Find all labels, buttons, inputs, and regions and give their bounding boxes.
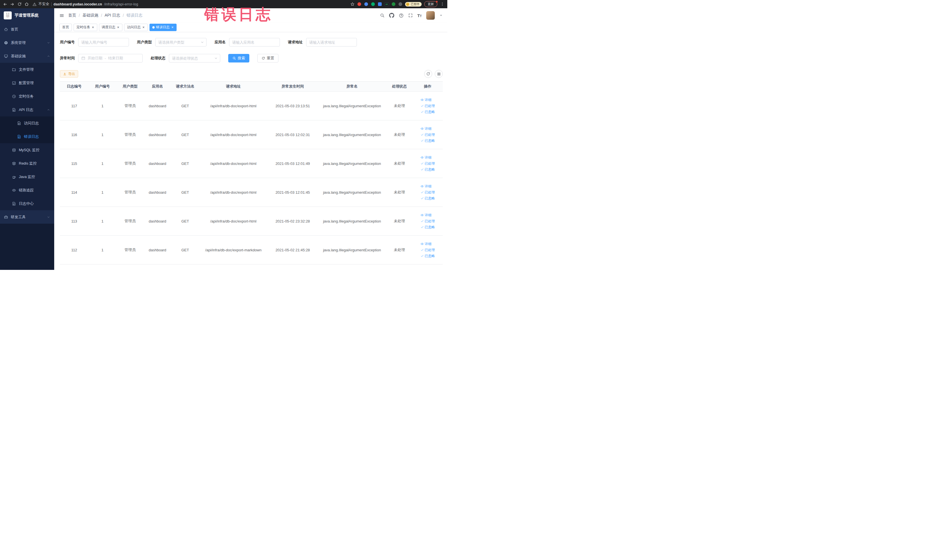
sidebar-item-access-logs[interactable]: 访问日志 (0, 116, 54, 130)
action-ignored-link[interactable]: 已忽略 (420, 196, 435, 201)
bookmark-star-icon[interactable] (350, 2, 355, 6)
exception-time-range[interactable]: 开始日期 - 结束日期 (78, 54, 143, 63)
sidebar-item-dev-tools[interactable]: 研发工具 (0, 210, 54, 224)
close-icon[interactable]: × (117, 25, 120, 29)
action-label: 已处理 (425, 219, 435, 224)
close-icon[interactable]: × (171, 25, 174, 29)
extension-icon-green-v[interactable] (371, 2, 375, 6)
end-date-placeholder[interactable]: 结束日期 (108, 56, 123, 61)
column-header: 异常名 (318, 82, 386, 92)
process-status-select-input[interactable] (169, 54, 220, 63)
action-detail-link[interactable]: 详细 (420, 242, 432, 246)
sidebar-item-system-management[interactable]: 系统管理 (0, 36, 54, 49)
browser-menu-kebab-icon[interactable] (440, 2, 444, 6)
user-id-input[interactable] (78, 38, 129, 46)
user-avatar[interactable] (426, 11, 435, 20)
search-button[interactable]: 搜索 (228, 54, 249, 63)
paused-extension-badge[interactable]: 已暂停 (405, 2, 422, 6)
action-processed-link[interactable]: 已处理 (420, 104, 435, 108)
extension-icon-paw[interactable] (398, 2, 403, 6)
paused-badge-label: 已暂停 (411, 2, 419, 6)
extension-icon-blue-drop[interactable] (364, 2, 368, 6)
logo[interactable]: 芋道管理系统 (0, 8, 54, 23)
extension-icon-red[interactable] (357, 2, 362, 6)
action-detail-link[interactable]: 详细 (420, 98, 432, 102)
sidebar-item-label: 研发工具 (11, 215, 44, 220)
address-bar[interactable]: 不安全 dashboard.yudao.iocoder.cn/infra/log… (31, 2, 348, 6)
action-processed-link[interactable]: 已处理 (420, 219, 435, 224)
action-processed-link[interactable]: 已处理 (420, 248, 435, 252)
close-icon[interactable]: × (142, 25, 145, 29)
action-ignored-link[interactable]: 已忽略 (420, 225, 435, 230)
update-button[interactable]: 更新 (424, 1, 437, 7)
github-icon[interactable] (389, 13, 394, 18)
action-processed-link[interactable]: 已处理 (420, 132, 435, 137)
cell-log-id: 113 (60, 207, 89, 236)
font-size-icon[interactable]: TT (417, 13, 422, 18)
sidebar-item-home[interactable]: 首页 (0, 23, 54, 36)
back-icon[interactable] (3, 2, 8, 6)
tab-home[interactable]: 首页 (60, 24, 72, 31)
url-domain[interactable]: dashboard.yudao.iocoder.cn (53, 2, 102, 6)
sidebar-item-file-management[interactable]: 文件管理 (0, 63, 54, 76)
user-type-select[interactable] (155, 38, 206, 46)
breadcrumb-item[interactable]: 基础设施 (82, 13, 98, 18)
user-type-select-input[interactable] (155, 38, 206, 46)
check-icon (420, 191, 424, 194)
action-ignored-link[interactable]: 已忽略 (420, 110, 435, 114)
close-icon[interactable]: × (92, 25, 95, 29)
cell-user-id: 1 (89, 149, 116, 178)
process-status-label: 处理状态 (151, 56, 165, 61)
request-url-input[interactable] (306, 38, 357, 46)
reset-button[interactable]: 重置 (257, 54, 278, 63)
extension-icon-grid[interactable] (378, 2, 382, 6)
action-processed-link[interactable]: 已处理 (420, 190, 435, 195)
tab-api-access-log[interactable]: 访问日志× (124, 24, 148, 31)
app-name-input[interactable] (229, 38, 280, 46)
sidebar-item-error-logs[interactable]: 错误日志 (0, 130, 54, 143)
sidebar-item-java-monitor[interactable]: Java 监控 (0, 170, 54, 183)
sidebar-item-log-center[interactable]: 日志中心 (0, 197, 54, 210)
sidebar-item-mysql-monitor[interactable]: MySQL 监控 (0, 143, 54, 157)
action-label: 已忽略 (425, 138, 435, 143)
action-detail-link[interactable]: 详细 (420, 127, 432, 131)
tab-job[interactable]: 定时任务× (73, 24, 97, 31)
sidebar-item-trace[interactable]: 链路追踪 (0, 183, 54, 197)
security-label[interactable]: 不安全 (38, 2, 49, 6)
breadcrumb-item[interactable]: 首页 (68, 13, 76, 18)
start-date-placeholder[interactable]: 开始日期 (88, 56, 102, 61)
action-detail-link[interactable]: 详细 (420, 213, 432, 218)
tab-job-log[interactable]: 调度日志× (99, 24, 123, 31)
action-detail-link[interactable]: 详细 (420, 184, 432, 189)
sidebar-item-infrastructure[interactable]: 基础设施 (0, 49, 54, 63)
check-icon (420, 220, 424, 223)
action-detail-link[interactable]: 详细 (420, 155, 432, 160)
sidebar-item-scheduled-tasks[interactable]: 定时任务 (0, 90, 54, 103)
sidebar-item-config-management[interactable]: 配置管理 (0, 76, 54, 90)
tab-api-error-log[interactable]: 错误日志× (150, 24, 177, 31)
browser-home-icon[interactable] (24, 2, 29, 6)
action-processed-link[interactable]: 已处理 (420, 161, 435, 166)
search-icon[interactable] (380, 13, 385, 18)
export-button[interactable]: 导出 (60, 70, 78, 78)
action-ignored-link[interactable]: 已忽略 (420, 253, 435, 258)
sidebar-item-api-logs[interactable]: API 日志 (0, 103, 54, 116)
extension-icon-on-badge[interactable]: on (385, 2, 389, 6)
help-icon[interactable] (399, 13, 404, 18)
extension-icon-leaf[interactable] (391, 2, 396, 6)
action-label: 已处理 (425, 104, 435, 108)
refresh-button[interactable] (424, 70, 432, 78)
column-settings-button[interactable] (435, 70, 443, 78)
fullscreen-icon[interactable] (408, 13, 413, 18)
action-ignored-link[interactable]: 已忽略 (420, 138, 435, 143)
process-status-select[interactable] (169, 54, 220, 63)
action-ignored-link[interactable]: 已忽略 (420, 167, 435, 172)
tab-label: 调度日志 (102, 25, 116, 30)
chevron-down-icon[interactable] (439, 14, 443, 17)
forward-icon[interactable] (10, 2, 15, 6)
breadcrumb-item[interactable]: API 日志 (105, 13, 120, 18)
hamburger-icon[interactable] (60, 13, 64, 18)
sidebar-item-redis-monitor[interactable]: Redis 监控 (0, 157, 54, 170)
reload-icon[interactable] (17, 2, 22, 6)
url-path[interactable]: /infra/log/api-error-log (104, 2, 138, 6)
